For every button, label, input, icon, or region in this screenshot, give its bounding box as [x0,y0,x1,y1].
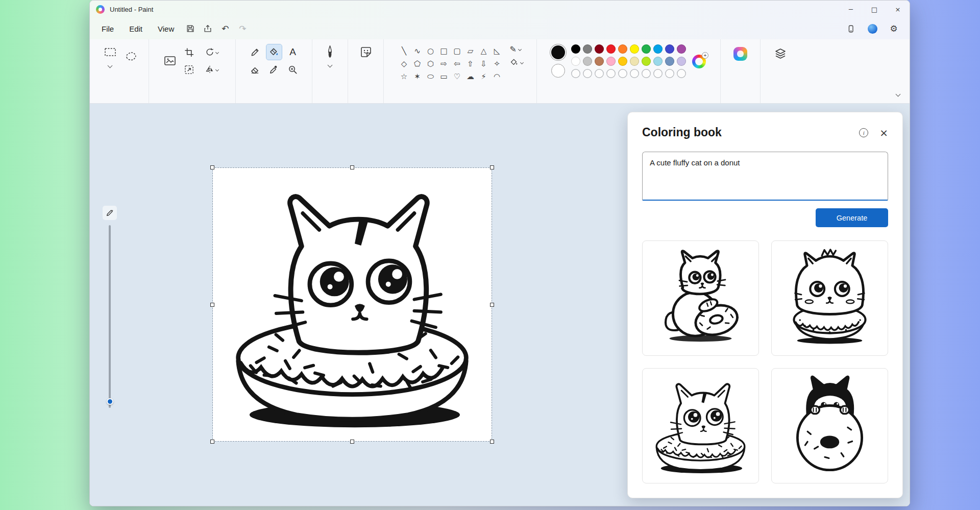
copilot-button[interactable] [731,44,750,63]
selection-handle[interactable] [490,440,494,444]
generated-image-1[interactable] [642,240,759,356]
selection-handle[interactable] [350,440,354,444]
shape-lightning-icon[interactable]: ⚡ [477,70,491,83]
canvas[interactable] [213,168,492,441]
color-swatch[interactable] [642,57,651,66]
shape-oval-callout-icon[interactable]: ⬭ [424,70,437,83]
shape-pentagon-icon[interactable]: ⬠ [411,57,424,70]
menu-view[interactable]: View [150,21,182,37]
color-swatch[interactable] [583,44,592,54]
shape-oval-icon[interactable]: ○ [424,44,437,57]
selection-dropdown-chevron-icon[interactable] [108,63,113,68]
shape-rectangle-icon[interactable]: □ [437,44,451,57]
selection-handle[interactable] [210,165,214,169]
account-avatar[interactable] [864,21,881,36]
color-swatch[interactable] [642,69,651,78]
edit-colors-button[interactable]: + [692,55,706,68]
color-swatch[interactable] [665,69,674,78]
shape-arc-icon[interactable]: ◠ [491,70,504,83]
selection-handle[interactable] [490,303,494,307]
share-button[interactable] [199,21,216,36]
shape-curve-icon[interactable]: ∿ [411,44,424,57]
generate-button[interactable]: Generate [816,208,888,227]
generated-image-3[interactable] [642,368,759,483]
eraser-tool-button[interactable] [248,62,263,77]
shape-right-triangle-icon[interactable]: ◺ [491,44,504,57]
shape-line-icon[interactable]: ╲ [398,44,411,57]
menu-edit[interactable]: Edit [121,21,150,37]
undo-button[interactable]: ↶ [216,21,234,36]
color-swatch[interactable] [665,57,674,66]
save-button[interactable] [182,21,199,36]
color-swatch[interactable] [571,44,580,54]
fill-tool-button[interactable] [266,44,282,60]
color-swatch[interactable] [595,57,604,66]
shape-diamond-icon[interactable]: ◇ [398,57,411,70]
color-swatch[interactable] [571,69,580,78]
stickers-button[interactable] [358,44,374,60]
brush-size-icon[interactable] [103,206,117,220]
color-swatch[interactable] [595,44,604,54]
color-swatch[interactable] [653,44,663,54]
color-swatch[interactable] [630,69,639,78]
selection-handle[interactable] [350,165,354,169]
prompt-input[interactable]: A cute fluffy cat on a donut [642,152,888,201]
shape-heart-icon[interactable]: ♡ [451,70,464,83]
shape-rounded-rectangle-icon[interactable]: ▢ [451,44,464,57]
pencil-tool-button[interactable] [248,44,263,60]
color-swatch[interactable] [630,57,639,66]
color2-swatch[interactable] [551,64,565,78]
shape-fill-button[interactable] [510,58,523,66]
flip-button[interactable] [205,65,218,74]
color-swatch[interactable] [642,44,651,54]
shape-hexagon-icon[interactable]: ⬡ [424,57,437,70]
resize-button[interactable] [182,62,197,77]
shape-down-arrow-icon[interactable]: ⇩ [477,57,491,70]
color-swatch[interactable] [653,57,663,66]
generated-image-4[interactable] [771,368,888,483]
redo-button[interactable]: ↷ [234,21,251,36]
color-swatch[interactable] [606,44,616,54]
shape-cloud-icon[interactable]: ☁ [464,70,477,83]
color-swatch[interactable] [618,44,627,54]
shape-triangle-icon[interactable]: △ [477,44,491,57]
layers-button[interactable] [771,44,790,63]
shape-rect-callout-icon[interactable]: ▭ [437,70,451,83]
eyedropper-tool-button[interactable] [266,62,282,77]
selection-handle[interactable] [490,165,494,169]
color-swatch[interactable] [677,69,686,78]
color-swatch[interactable] [677,44,686,54]
shape-up-arrow-icon[interactable]: ⇧ [464,57,477,70]
color-swatch[interactable] [583,57,592,66]
minimize-button[interactable]: ─ [839,1,863,18]
color-swatch[interactable] [630,44,639,54]
info-icon[interactable]: i [859,128,868,137]
color-swatch[interactable] [571,57,580,66]
brush-button[interactable] [323,44,338,60]
menu-file[interactable]: File [94,21,121,37]
image-properties-button[interactable] [162,53,178,68]
color-swatch[interactable] [618,69,627,78]
color-swatch[interactable] [653,69,663,78]
color-swatch[interactable] [583,69,592,78]
maximize-button[interactable]: □ [863,1,886,18]
shape-five-point-star-icon[interactable]: ☆ [398,70,411,83]
rotate-button[interactable] [205,47,218,57]
shape-polygon-icon[interactable]: ▱ [464,44,477,57]
settings-gear-icon[interactable]: ⚙ [885,21,902,36]
slider-track[interactable] [109,225,111,408]
phone-link-icon[interactable] [842,21,860,36]
shape-outline-button[interactable]: ✎ [510,44,523,54]
shape-six-point-star-icon[interactable]: ✶ [411,70,424,83]
shape-four-point-star-icon[interactable]: ✧ [491,57,504,70]
slider-thumb[interactable] [107,398,113,405]
text-tool-button[interactable]: A [285,44,301,60]
selection-handle[interactable] [210,303,214,307]
crop-button[interactable] [182,44,197,60]
ribbon-collapse-button[interactable] [892,89,903,99]
brushes-dropdown-chevron-icon[interactable] [328,63,333,68]
close-button[interactable]: × [886,1,910,18]
color-swatch[interactable] [665,44,674,54]
selection-handle[interactable] [210,440,214,444]
rectangle-select-button[interactable] [103,44,118,60]
